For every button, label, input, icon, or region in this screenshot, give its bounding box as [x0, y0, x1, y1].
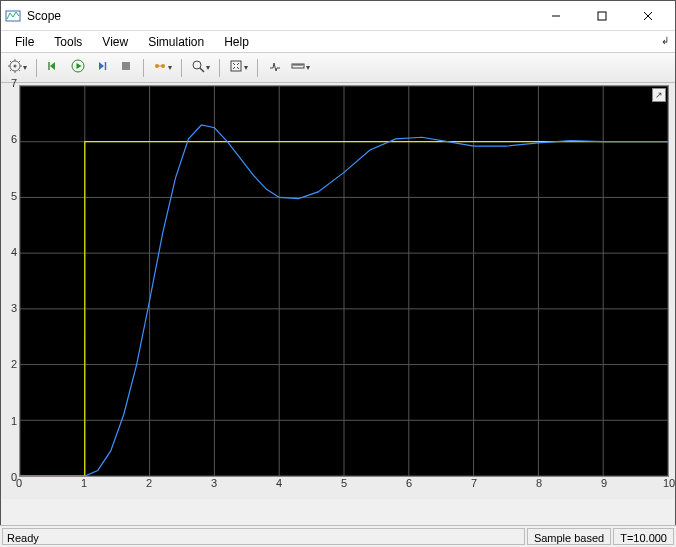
chart-svg — [20, 86, 668, 476]
toolbar-separator — [181, 59, 182, 77]
stop-icon — [119, 59, 133, 76]
x-tick-label: 5 — [341, 477, 347, 489]
play-icon — [71, 59, 85, 76]
window-title: Scope — [27, 9, 533, 23]
toolbar-overflow-icon[interactable]: ↲ — [661, 35, 669, 46]
status-time: T=10.000 — [613, 528, 674, 545]
zoom-button[interactable]: ▾ — [188, 57, 213, 79]
title-bar: Scope — [1, 1, 675, 31]
y-tick-label: 7 — [11, 77, 17, 89]
status-message: Ready — [2, 528, 525, 545]
step-forward-button[interactable] — [91, 57, 113, 79]
dropdown-arrow-icon: ▾ — [244, 63, 248, 72]
highlight-signal-button[interactable]: ▾ — [150, 57, 175, 79]
y-tick-label: 3 — [11, 302, 17, 314]
step-back-button[interactable] — [43, 57, 65, 79]
triggers-button[interactable] — [264, 57, 286, 79]
y-tick-label: 4 — [11, 246, 17, 258]
x-tick-label: 8 — [536, 477, 542, 489]
dropdown-arrow-icon: ▾ — [206, 63, 210, 72]
maximize-button[interactable] — [579, 1, 625, 31]
menu-view[interactable]: View — [92, 33, 138, 51]
minimize-button[interactable] — [533, 1, 579, 31]
x-tick-label: 2 — [146, 477, 152, 489]
dropdown-arrow-icon: ▾ — [168, 63, 172, 72]
x-tick-label: 7 — [471, 477, 477, 489]
menu-simulation[interactable]: Simulation — [138, 33, 214, 51]
run-button[interactable] — [67, 57, 89, 79]
svg-rect-16 — [231, 61, 241, 71]
x-tick-label: 9 — [601, 477, 607, 489]
svg-line-15 — [200, 68, 204, 72]
toolbar-separator — [257, 59, 258, 77]
x-tick-label: 10 — [663, 477, 675, 489]
scope-app-icon — [5, 8, 21, 24]
configure-button[interactable]: ▾ — [5, 57, 30, 79]
toolbar-separator — [219, 59, 220, 77]
autoscale-icon — [229, 59, 243, 76]
x-axis: 012345678910 — [19, 477, 669, 495]
dropdown-arrow-icon: ▾ — [23, 63, 27, 72]
svg-rect-2 — [598, 12, 606, 20]
close-button[interactable] — [625, 1, 671, 31]
measurements-button[interactable]: ▾ — [288, 57, 313, 79]
trigger-icon — [268, 59, 282, 76]
dropdown-arrow-icon: ▾ — [306, 63, 310, 72]
gear-icon — [8, 59, 22, 76]
menu-bar: File Tools View Simulation Help ↲ — [1, 31, 675, 53]
toolbar-separator — [143, 59, 144, 77]
x-tick-label: 6 — [406, 477, 412, 489]
stop-button[interactable] — [115, 57, 137, 79]
svg-point-14 — [193, 61, 201, 69]
toolbar-separator — [36, 59, 37, 77]
x-tick-label: 4 — [276, 477, 282, 489]
x-tick-label: 0 — [16, 477, 22, 489]
menu-file[interactable]: File — [5, 33, 44, 51]
y-axis: 01234567 — [1, 83, 19, 477]
y-tick-label: 2 — [11, 358, 17, 370]
scale-axes-button[interactable]: ▾ — [226, 57, 251, 79]
y-tick-label: 5 — [11, 190, 17, 202]
svg-rect-10 — [122, 62, 130, 70]
step-back-icon — [47, 59, 61, 76]
status-bar: Ready Sample based T=10.000 — [0, 525, 676, 547]
toolbar: ▾ ▾ ▾ ▾ ▾ — [1, 53, 675, 83]
status-mode: Sample based — [527, 528, 611, 545]
chart-canvas[interactable]: ↗ — [19, 85, 669, 477]
x-tick-label: 3 — [211, 477, 217, 489]
menu-tools[interactable]: Tools — [44, 33, 92, 51]
x-tick-label: 1 — [81, 477, 87, 489]
ruler-icon — [291, 59, 305, 76]
highlight-icon — [153, 59, 167, 76]
menu-help[interactable]: Help — [214, 33, 259, 51]
y-tick-label: 1 — [11, 415, 17, 427]
plot-area: 01234567 ↗ 012345678910 — [1, 83, 675, 499]
svg-point-6 — [14, 65, 17, 68]
y-tick-label: 6 — [11, 133, 17, 145]
step-forward-icon — [95, 59, 109, 76]
magnifier-icon — [191, 59, 205, 76]
